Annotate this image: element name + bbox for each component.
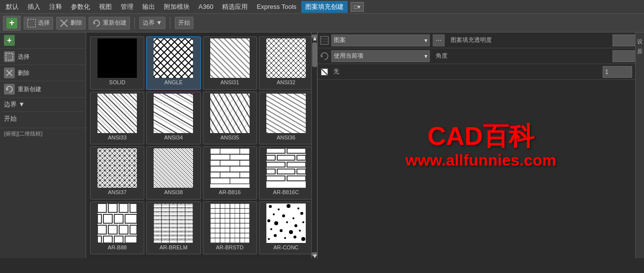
delete-sidebar-btn[interactable]: 删除 [0,65,86,81]
svg-rect-31 [210,94,250,133]
hatch-canvas-arconc [266,204,306,243]
hatch-canvas-ansi33 [97,94,137,133]
none-row: 无 1 ▲ ▼ [318,64,644,80]
scroll-down-btn[interactable]: ▼ [312,252,318,256]
hatch-canvas-ansi35 [210,94,250,133]
svg-point-108 [278,208,280,210]
svg-point-127 [301,237,305,241]
use-current-icon [320,51,329,61]
hatch-item-ansi31[interactable]: ANSI31 [203,36,257,90]
svg-rect-40 [97,148,137,188]
svg-rect-46 [154,148,193,188]
menu-express[interactable]: Express Tools [253,1,300,12]
hatch-label-ansi32: ANSI32 [277,79,295,85]
hatch-item-arconc[interactable]: AR-CONC [259,202,313,255]
angle-label: 角度 [436,52,611,60]
menu-parametric[interactable]: 参数化 [67,1,94,13]
svg-point-128 [268,238,270,240]
hatch-item-ansi35[interactable]: ANSI35 [203,92,257,145]
svg-point-119 [302,221,304,223]
add-hatch-btn[interactable]: + [0,33,86,49]
hatch-item-ansi32[interactable]: ANSI32 [259,36,313,90]
use-current-value: 使用当前项 [334,52,363,60]
start-section[interactable]: 开始 [0,112,86,126]
menu-default[interactable]: 默认 [2,1,23,13]
svg-line-133 [322,69,327,75]
menu-featured[interactable]: 精选应用 [218,1,252,13]
hatch-item-arb88[interactable]: AR-B88 [90,202,144,255]
add-icon: + [6,18,17,29]
none-label: 无 [331,64,601,79]
hatch-label-ansi34: ANSI34 [164,135,183,140]
hatch-canvas-solid [97,38,137,78]
hatch-canvas-arbrelm [154,204,193,243]
svg-point-115 [267,219,270,222]
hatch-item-ansi33[interactable]: ANSI33 [90,92,144,145]
pattern-dropdown[interactable]: 图案 ▾ [331,34,430,46]
boundary-label: 边界 ▼ [143,19,162,27]
hatch-item-ansi36[interactable]: ANSI36 [259,92,313,145]
start-btn[interactable]: 开始 [175,17,193,29]
svg-point-107 [269,205,272,208]
boundary-dropdown[interactable]: 边界 ▼ [139,17,165,29]
menu-addons[interactable]: 附加模块 [160,1,193,13]
svg-point-124 [274,234,277,237]
none-value[interactable]: 1 [603,66,632,78]
svg-rect-101 [154,204,193,243]
separator-1 [134,17,135,29]
pattern-dropdown-arrow: ▾ [424,37,427,44]
select-btn[interactable]: 选择 [24,17,53,30]
add-btn[interactable]: + [3,16,21,31]
boundary-section[interactable]: 边界 ▼ [0,98,86,111]
hatch-item-angle[interactable]: ANGLE [146,36,200,90]
hatch-label-ansi31: ANSI31 [221,79,239,85]
hatch-label-ansi35: ANSI35 [221,135,239,140]
hatch-item-arb816[interactable]: AR-B816 [203,146,257,200]
select-sidebar-btn[interactable]: 选择 [0,49,86,65]
pattern-options-btn[interactable]: ⋯ [433,34,445,46]
separator-2 [170,17,170,29]
menu-manage[interactable]: 管理 [117,1,137,13]
svg-rect-14 [210,38,250,78]
hatch-item-ansi38[interactable]: ANSI38 [146,146,200,200]
delete-sidebar-icon [4,68,15,78]
recreate-icon [92,19,101,28]
svg-rect-34 [266,94,306,133]
hatch-item-solid[interactable]: SOLID [90,36,144,90]
menu-annotate[interactable]: 注释 [45,1,66,13]
scroll-thumb[interactable] [312,42,317,67]
add-hatch-icon: + [4,35,15,46]
none-icon [320,64,329,79]
menu-a360[interactable]: A360 [194,1,217,12]
select-sidebar-icon [4,51,15,62]
delete-btn[interactable]: 删除 [56,17,86,30]
hatch-item-arbrelm[interactable]: AR-BRELM [146,202,200,255]
menu-output[interactable]: 输出 [138,1,159,13]
svg-rect-0 [28,19,35,27]
svg-rect-105 [210,204,250,243]
svg-point-126 [293,236,296,239]
use-current-dropdown[interactable]: 使用当前项 ▾ [331,50,430,62]
watermark-main-text: CAD百科 [405,121,556,151]
menu-insert[interactable]: 插入 [24,1,44,13]
transparency-label: 图案填充透明度 [451,36,611,44]
right-panel: 图案 ▾ ⋯ 图案填充透明度 0 ▲ ▼ 使用当前项 ▾ [318,33,644,258]
svg-point-118 [294,224,297,227]
recreate-sidebar-btn[interactable]: 重新创建 [0,81,86,98]
hatch-item-arb816c[interactable]: AR-B816C [259,146,313,200]
hatch-item-arbrstd[interactable]: AR-BRSTD [203,202,257,255]
scroll-up-btn[interactable]: ▲ [312,34,318,38]
menu-view[interactable]: 视图 [95,1,116,13]
boundary-section-label: 边界 ▼ [4,100,25,109]
right-labels: 设 原 [635,33,644,258]
hatch-item-ansi34[interactable]: ANSI34 [146,92,200,145]
menu-hatch-create[interactable]: 图案填充创建 [301,1,348,13]
recreate-btn[interactable]: 重新创建 [89,17,130,30]
hatch-panel: SOLID ANGLE [86,33,318,258]
hatch-canvas-arb816 [210,148,250,188]
hatch-item-ansi37[interactable]: ANSI37 [90,146,144,200]
svg-point-123 [299,230,301,232]
hatch-label-arb816: AR-B816 [219,189,241,195]
svg-point-109 [287,204,290,208]
view-toggle-button[interactable]: □▾ [351,2,364,12]
